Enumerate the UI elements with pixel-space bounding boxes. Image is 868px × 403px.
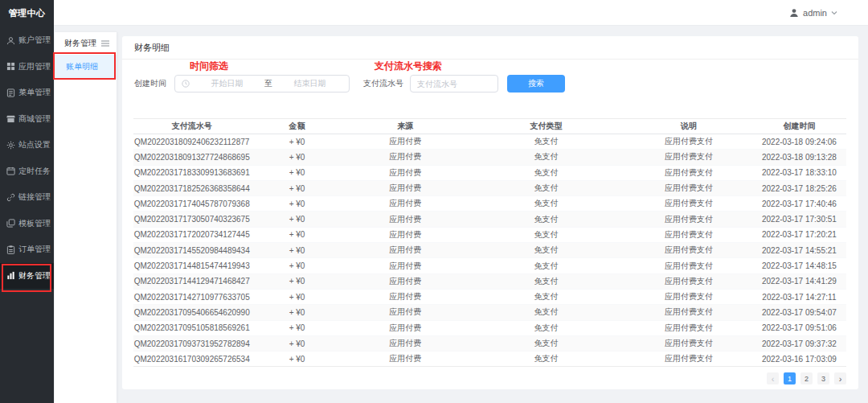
sidebar-item-label: 菜单管理 bbox=[18, 87, 51, 98]
cell-note: 应用付费支付 bbox=[625, 150, 752, 165]
next-page-button[interactable]: › bbox=[834, 372, 846, 384]
search-button[interactable]: 搜索 bbox=[507, 75, 565, 93]
col-serial: 支付流水号 bbox=[133, 119, 250, 134]
cell-amount: + ¥0 bbox=[250, 150, 343, 165]
cell-amount: + ¥0 bbox=[250, 196, 343, 212]
create-time-label: 创建时间 bbox=[134, 78, 166, 89]
serial-label: 支付流水号 bbox=[363, 78, 403, 89]
cell-amount: + ¥0 bbox=[250, 227, 343, 242]
cell-serial: QM20220317182526368358644 bbox=[133, 180, 250, 195]
sidebar-item-apps[interactable]: 应用管理 bbox=[0, 54, 54, 80]
sidebar-menu: 账户管理 应用管理 菜单管理 商城管理 站点设置 定时任务 链接管理 模板管理 bbox=[0, 27, 54, 289]
cell-amount: + ¥0 bbox=[250, 165, 343, 180]
submenu-panel: 财务管理 账单明细 bbox=[55, 32, 117, 403]
sidebar-item-orders[interactable]: 订单管理 bbox=[0, 236, 54, 263]
cell-amount: + ¥0 bbox=[250, 273, 343, 289]
table-row: QM20220316170309265726534+ ¥0应用付费免支付应用付费… bbox=[133, 352, 846, 367]
cell-note: 应用付费支付 bbox=[625, 352, 752, 367]
cell-created: 2022-03-17 18:25:26 bbox=[752, 180, 846, 195]
cell-pay-type: 免支付 bbox=[467, 258, 625, 273]
serial-input[interactable] bbox=[410, 75, 498, 93]
sidebar-item-account[interactable]: 账户管理 bbox=[0, 27, 54, 54]
cell-serial: QM20220318091327724868695 bbox=[133, 150, 250, 165]
cell-serial: QM20220317172020734127445 bbox=[133, 227, 250, 242]
col-note: 说明 bbox=[625, 119, 752, 134]
cell-source: 应用付费 bbox=[344, 335, 467, 351]
cell-source: 应用付费 bbox=[344, 352, 467, 367]
cell-source: 应用付费 bbox=[344, 165, 467, 180]
table-row: QM20220317093731952782894+ ¥0应用付费免支付应用付费… bbox=[133, 335, 846, 351]
sidebar-item-finance[interactable]: 财务管理 bbox=[0, 263, 54, 290]
prev-page-button[interactable]: ‹ bbox=[767, 372, 779, 384]
table-row: QM20220318092406232112877+ ¥0应用付费免支付应用付费… bbox=[133, 134, 846, 150]
sidebar-item-label: 模板管理 bbox=[18, 218, 51, 229]
cell-pay-type: 免支付 bbox=[467, 243, 625, 258]
cell-amount: + ¥0 bbox=[250, 243, 343, 258]
cell-serial: QM20220317142710977633705 bbox=[133, 289, 250, 304]
sidebar-item-menu[interactable]: 菜单管理 bbox=[0, 80, 54, 106]
cell-created: 2022-03-17 14:55:21 bbox=[752, 243, 846, 258]
pagination: ‹ 1 2 3 › bbox=[767, 372, 846, 384]
cell-serial: QM20220317174045787079368 bbox=[133, 196, 250, 212]
user-menu[interactable]: admin bbox=[789, 0, 837, 25]
cell-amount: + ¥0 bbox=[250, 212, 343, 227]
cell-source: 应用付费 bbox=[344, 273, 467, 289]
sidebar-item-links[interactable]: 链接管理 bbox=[0, 184, 54, 211]
cell-serial: QM20220317093731952782894 bbox=[133, 335, 250, 351]
table-row: QM20220318091327724868695+ ¥0应用付费免支付应用付费… bbox=[133, 150, 846, 165]
cell-created: 2022-03-17 09:37:32 bbox=[752, 335, 846, 351]
sidebar-item-mall[interactable]: 商城管理 bbox=[0, 106, 54, 133]
user-icon bbox=[6, 36, 15, 45]
cell-amount: + ¥0 bbox=[250, 352, 343, 367]
cell-pay-type: 免支付 bbox=[467, 180, 625, 195]
finance-table: 支付流水号 金额 来源 支付类型 说明 创建时间 QM2022031809240… bbox=[133, 118, 846, 367]
sidebar-item-label: 应用管理 bbox=[18, 61, 51, 72]
cell-created: 2022-03-17 09:51:06 bbox=[752, 320, 846, 335]
user-name: admin bbox=[803, 8, 827, 18]
table-row: QM20220317172020734127445+ ¥0应用付费免支付应用付费… bbox=[133, 227, 846, 242]
table-row: QM20220317142710977633705+ ¥0应用付费免支付应用付费… bbox=[133, 289, 846, 304]
cell-pay-type: 免支付 bbox=[467, 335, 625, 351]
sidebar-item-site-settings[interactable]: 站点设置 bbox=[0, 132, 54, 158]
apps-grid-icon bbox=[6, 62, 15, 71]
page-button-2[interactable]: 2 bbox=[800, 372, 813, 384]
cell-pay-type: 免支付 bbox=[467, 352, 625, 367]
cell-serial: QM20220317144815474419943 bbox=[133, 258, 250, 273]
table-row: QM20220317174045787079368+ ¥0应用付费免支付应用付费… bbox=[133, 196, 846, 212]
cell-serial: QM20220317095105818569261 bbox=[133, 320, 250, 335]
page-button-1[interactable]: 1 bbox=[784, 372, 796, 384]
page-button-3[interactable]: 3 bbox=[817, 372, 829, 384]
cell-serial: QM20220316170309265726534 bbox=[133, 352, 250, 367]
content-card: 财务明细 创建时间 开始日期 至 结束日期 支付流水号 搜索 支付流水号 金额 … bbox=[122, 36, 858, 389]
sidebar-item-label: 订单管理 bbox=[18, 244, 51, 255]
cell-created: 2022-03-18 09:24:06 bbox=[752, 134, 846, 150]
cell-pay-type: 免支付 bbox=[467, 305, 625, 320]
date-range-picker[interactable]: 开始日期 至 结束日期 bbox=[174, 75, 350, 93]
sidebar-item-label: 站点设置 bbox=[18, 139, 51, 150]
cell-serial: QM20220317173050740323675 bbox=[133, 212, 250, 227]
sidebar-item-cron-tasks[interactable]: 定时任务 bbox=[0, 158, 54, 185]
app-title: 管理中心 bbox=[0, 0, 54, 26]
cell-pay-type: 免支付 bbox=[467, 289, 625, 304]
submenu-item-bill-detail[interactable]: 账单明细 bbox=[55, 55, 117, 79]
cell-source: 应用付费 bbox=[344, 196, 467, 212]
submenu-item-label: 账单明细 bbox=[66, 61, 98, 72]
cell-serial: QM20220317144129471468427 bbox=[133, 273, 250, 289]
cell-created: 2022-03-17 17:20:21 bbox=[752, 227, 846, 242]
cell-pay-type: 免支付 bbox=[467, 212, 625, 227]
cell-note: 应用付费支付 bbox=[625, 212, 752, 227]
annotation-serial-search: 支付流水号搜索 bbox=[375, 60, 442, 73]
cell-pay-type: 免支付 bbox=[467, 320, 625, 335]
cell-source: 应用付费 bbox=[344, 305, 467, 320]
cell-amount: + ¥0 bbox=[250, 320, 343, 335]
cell-note: 应用付费支付 bbox=[625, 243, 752, 258]
collapse-menu-icon[interactable] bbox=[101, 40, 109, 47]
table-row: QM20220317095406654620990+ ¥0应用付费免支付应用付费… bbox=[133, 305, 846, 320]
cell-note: 应用付费支付 bbox=[625, 320, 752, 335]
cell-pay-type: 免支付 bbox=[467, 273, 625, 289]
sidebar-item-templates[interactable]: 模板管理 bbox=[0, 211, 54, 237]
topbar: admin bbox=[54, 0, 868, 26]
cell-amount: + ¥0 bbox=[250, 180, 343, 195]
table-body: QM20220318092406232112877+ ¥0应用付费免支付应用付费… bbox=[133, 134, 846, 367]
cell-source: 应用付费 bbox=[344, 289, 467, 304]
